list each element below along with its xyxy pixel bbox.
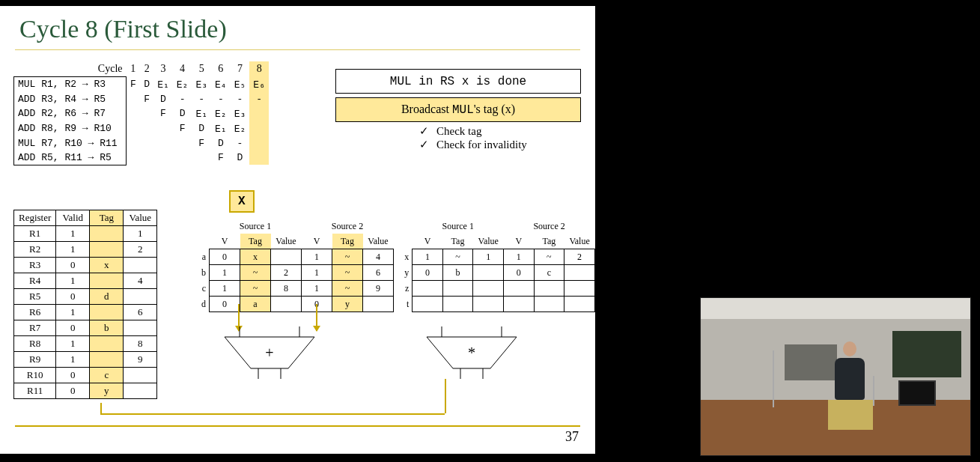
cycle-header-row: Cycle 1 2 3 4 5 6 7 8 [14, 61, 269, 77]
camera-feed [700, 297, 971, 456]
top-rule [15, 49, 580, 50]
status-done-box: MUL in RS x is done [335, 69, 581, 94]
reservation-station-add: Source 1Source 2 V Tag Value V Tag Value… [178, 219, 394, 312]
cdb-wire [100, 413, 445, 415]
cdb-wire [445, 379, 446, 413]
adder-fu: + [217, 326, 322, 386]
op-star: * [468, 344, 475, 361]
slide-title: Cycle 8 (First Slide) [19, 15, 227, 43]
broadcast-tag-box: X [229, 190, 255, 213]
status-broadcast-box: Broadcast MUL's tag (x) [335, 97, 581, 122]
video-frame: Cycle 8 (First Slide) Cycle 1 2 3 4 5 6 … [0, 0, 980, 462]
status-done-text: MUL in RS x is done [390, 75, 526, 88]
cdb-wire [100, 403, 102, 413]
register-file-table: Register Valid Tag Value R111R212R30xR41… [13, 210, 157, 399]
slide: Cycle 8 (First Slide) Cycle 1 2 3 4 5 6 … [0, 6, 595, 454]
check-item: Check tag [419, 124, 527, 138]
multiplier-fu: * [419, 326, 524, 386]
bottom-rule [15, 425, 580, 427]
reservation-station-mul: Source 1Source 2 V Tag Value V Tag Value… [382, 219, 595, 312]
cycle-label: Cycle [14, 61, 127, 77]
pipeline-diagram: Cycle 1 2 3 4 5 6 7 8 MUL R1, R2 → R3FDE… [13, 61, 269, 165]
op-plus: + [265, 344, 273, 361]
page-number: 37 [565, 429, 579, 445]
check-item: Check for invalidity [419, 138, 527, 151]
checklist: Check tag Check for invalidity [419, 124, 527, 151]
